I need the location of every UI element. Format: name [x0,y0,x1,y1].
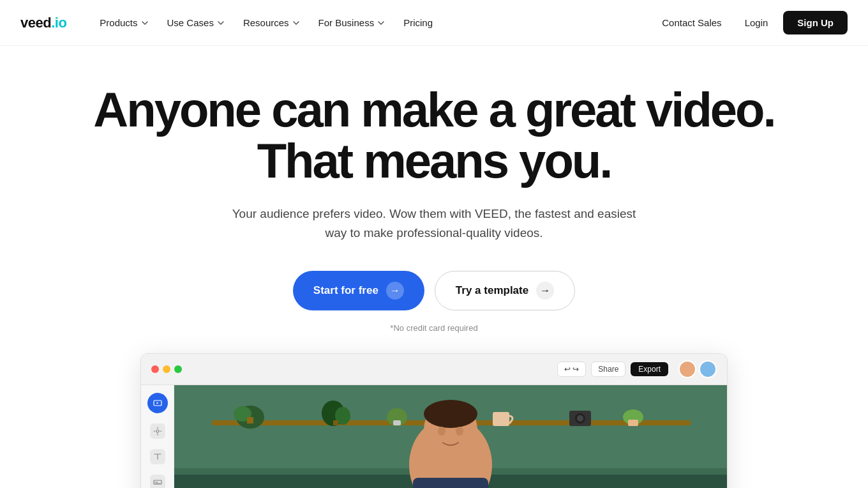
nav-links: Products Use Cases Resources [92,12,654,33]
hero-section: Anyone can make a great video. That mean… [0,46,868,488]
svg-rect-11 [333,420,338,425]
hero-buttons: Start for free → Try a template → [293,271,575,310]
arrow-right-icon: → [536,282,554,300]
try-template-button[interactable]: Try a template → [435,271,575,310]
no-credit-card-note: *No credit card required [390,323,477,333]
user-avatar [699,360,717,378]
chevron-down-icon [216,19,225,27]
chevron-down-icon [140,19,149,27]
share-button[interactable]: Share [591,362,625,377]
svg-point-26 [456,427,463,436]
svg-point-17 [577,415,583,422]
chevron-down-icon [377,19,385,27]
svg-point-23 [424,400,477,428]
contact-sales-link[interactable]: Contact Sales [654,12,729,33]
nav-item-resources[interactable]: Resources [236,12,308,33]
user-avatar [678,360,696,378]
export-button[interactable]: Export [631,362,668,376]
close-window-dot [151,365,159,373]
svg-rect-24 [413,478,488,488]
logo[interactable]: veed.io [20,15,66,31]
subtitles-icon [150,475,165,488]
hero-subtitle: Your audience prefers video. Wow them wi… [230,204,638,243]
window-controls [151,365,182,373]
nav-item-pricing[interactable]: Pricing [396,12,440,33]
svg-rect-19 [628,420,638,426]
screenshot-toolbar: ↩ ↪ Share Export [557,360,717,378]
nav-item-for-business[interactable]: For Business [311,12,394,33]
chevron-down-icon [292,19,301,27]
maximize-window-dot [174,365,182,373]
nav-item-use-cases[interactable]: Use Cases [160,12,233,33]
navbar: veed.io Products Use Cases Resources [0,0,868,46]
start-for-free-button[interactable]: Start for free → [293,271,424,310]
screenshot-body [141,385,727,488]
text-icon [150,449,165,464]
product-screenshot: ↩ ↪ Share Export [140,353,728,488]
logo-text: veed.io [20,15,66,31]
login-button[interactable]: Login [735,12,779,33]
hero-title: Anyone can make a great video. That mean… [93,84,774,187]
minimize-window-dot [163,365,170,373]
svg-rect-13 [393,420,401,425]
video-editor-canvas [174,385,727,488]
editor-sidebar [141,385,174,488]
svg-rect-14 [493,412,509,426]
settings-icon [150,423,165,439]
undo-redo-button[interactable]: ↩ ↪ [557,362,586,377]
signup-button[interactable]: Sign Up [783,11,848,34]
arrow-right-icon: → [386,282,404,300]
svg-rect-8 [247,417,253,423]
screenshot-topbar: ↩ ↪ Share Export [141,354,727,385]
nav-right: Contact Sales Login Sign Up [654,11,848,34]
media-icon [147,393,168,413]
nav-item-products[interactable]: Products [92,12,156,33]
svg-point-25 [438,427,445,436]
svg-point-1 [156,430,159,432]
